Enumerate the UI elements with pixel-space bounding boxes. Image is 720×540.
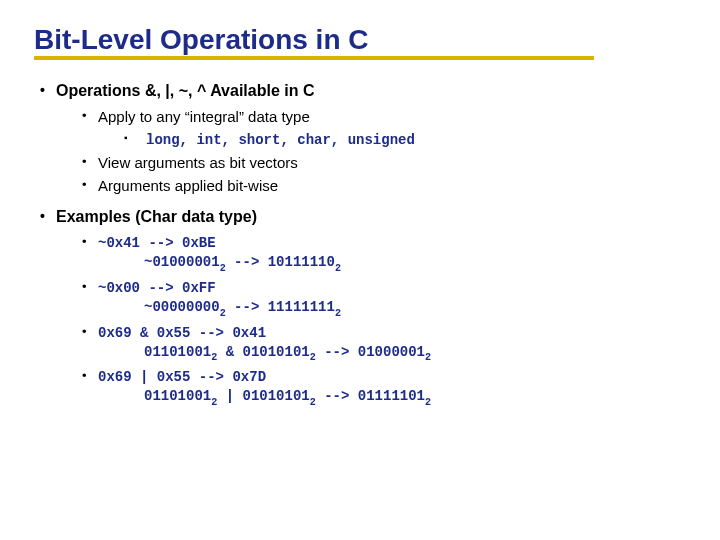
- ex3-binary: 011010012 & 010101012 --> 010000012: [144, 344, 686, 363]
- types-list: long, int, short, char, unsigned: [124, 131, 686, 148]
- ex1-binary: ~010000012 --> 101111102: [144, 254, 686, 273]
- ex1: ~0x41 --> 0xBE ~010000012 --> 101111102: [82, 234, 686, 273]
- bullet-examples-text: Examples (Char data type): [56, 208, 257, 225]
- sub-bitwise: Arguments applied bit-wise: [82, 177, 686, 194]
- ex2: ~0x00 --> 0xFF ~000000002 --> 111111112: [82, 279, 686, 318]
- sub-bit-vectors: View arguments as bit vectors: [82, 154, 686, 171]
- bullet-operations: Operations &, |, ~, ^ Available in C App…: [38, 82, 686, 194]
- ex2-binary: ~000000002 --> 111111112: [144, 299, 686, 318]
- title-block: Bit-Level Operations in C: [34, 24, 686, 60]
- sub-apply-integral: Apply to any “integral” data type long, …: [82, 108, 686, 148]
- bullet-operations-text: Operations &, |, ~, ^ Available in C: [56, 82, 314, 99]
- ex3: 0x69 & 0x55 --> 0x41 011010012 & 0101010…: [82, 324, 686, 363]
- ex4-binary: 011010012 | 010101012 --> 011111012: [144, 388, 686, 407]
- slide-title: Bit-Level Operations in C: [34, 24, 369, 58]
- ex4: 0x69 | 0x55 --> 0x7D 011010012 | 0101010…: [82, 368, 686, 407]
- bullet-examples: Examples (Char data type) ~0x41 --> 0xBE…: [38, 208, 686, 407]
- slide: Bit-Level Operations in C Operations &, …: [0, 0, 720, 540]
- content: Operations &, |, ~, ^ Available in C App…: [34, 82, 686, 407]
